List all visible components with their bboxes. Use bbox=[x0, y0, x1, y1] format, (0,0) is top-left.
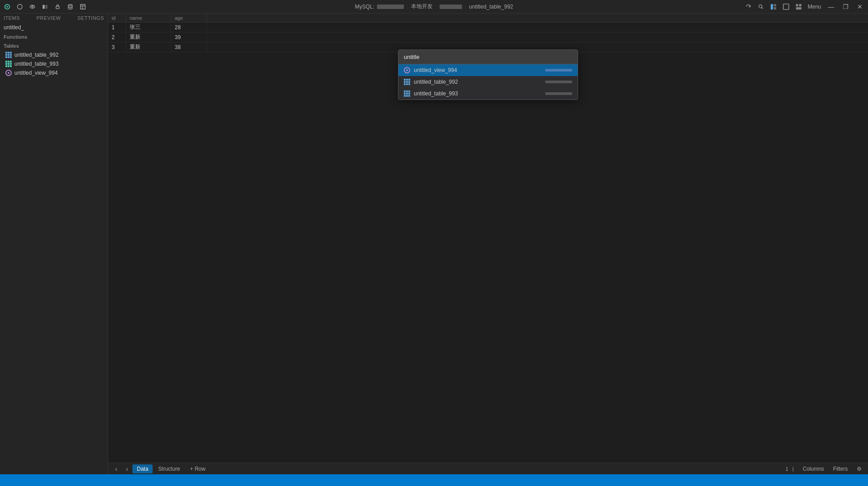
cell-age-1: 28 bbox=[171, 22, 207, 32]
table-icon-993 bbox=[5, 61, 12, 67]
statusbar bbox=[0, 474, 868, 486]
lock-icon[interactable] bbox=[54, 3, 61, 10]
table993-label: untitled_table_993 bbox=[14, 61, 59, 67]
breadcrumb-sep2: : bbox=[435, 4, 437, 10]
close-button[interactable]: ✕ bbox=[855, 2, 864, 11]
layout3-icon[interactable] bbox=[795, 3, 802, 10]
sidebar-item-view994[interactable]: untitled_view_994 bbox=[0, 68, 108, 77]
svg-rect-15 bbox=[774, 4, 776, 6]
sidebar-tables-label: Tables bbox=[0, 41, 108, 50]
search-icon[interactable] bbox=[757, 3, 764, 10]
cell-name-3: 重新 bbox=[126, 42, 171, 52]
svg-point-2 bbox=[18, 4, 23, 9]
svg-rect-16 bbox=[774, 7, 776, 9]
svg-rect-19 bbox=[799, 4, 801, 6]
svg-point-8 bbox=[68, 4, 72, 6]
refresh-icon[interactable] bbox=[745, 3, 752, 10]
sidebar-toggle-icon[interactable] bbox=[41, 3, 49, 10]
db-icon[interactable] bbox=[67, 3, 74, 10]
nav-arrows: ‹ › bbox=[112, 464, 131, 473]
menu-label[interactable]: Menu bbox=[808, 4, 821, 10]
nav-prev-button[interactable]: ‹ bbox=[112, 464, 121, 473]
app-icon bbox=[4, 3, 11, 10]
autocomplete-item-table993[interactable]: untitled_table_993 bbox=[398, 88, 578, 99]
record-icon[interactable] bbox=[16, 3, 23, 10]
autocomplete-item-table992[interactable]: untitled_table_992 bbox=[398, 76, 578, 88]
table-icon-tb[interactable] bbox=[79, 3, 86, 10]
table-row[interactable]: 1 张三 28 bbox=[108, 22, 868, 32]
columns-button[interactable]: Columns bbox=[800, 465, 827, 473]
tab-add-row[interactable]: + Row bbox=[185, 464, 210, 473]
view994-label: untitled_view_994 bbox=[14, 70, 58, 76]
svg-point-3 bbox=[30, 5, 35, 8]
table992-label: untitled_table_992 bbox=[14, 52, 59, 58]
table-body: 1 张三 28 2 重新 39 3 重新 38 bbox=[108, 22, 868, 52]
connection-label: MySQL: bbox=[355, 4, 374, 10]
gear-button[interactable]: ⚙ bbox=[854, 465, 864, 473]
page-nav-info: 1 | bbox=[786, 466, 796, 472]
cell-id-2: 2 bbox=[108, 32, 126, 42]
svg-rect-5 bbox=[43, 4, 45, 9]
search-overlay: untitled_view_994 untitled_table_992 bbox=[398, 50, 578, 100]
cell-name-2: 重新 bbox=[126, 32, 171, 42]
cell-id-1: 1 bbox=[108, 22, 126, 32]
table-icon-992 bbox=[5, 52, 12, 58]
svg-rect-14 bbox=[771, 4, 773, 9]
main-layout: Items Preview Settings untitled_ Functio… bbox=[0, 14, 868, 474]
table-row[interactable]: 2 重新 39 bbox=[108, 32, 868, 42]
titlebar-right: Menu — ❐ ✕ bbox=[745, 2, 864, 11]
tab-bar-right: 1 | Columns Filters ⚙ bbox=[786, 465, 864, 473]
connection-server bbox=[377, 4, 404, 9]
tab-data[interactable]: Data bbox=[132, 464, 153, 473]
search-input-container bbox=[398, 50, 578, 64]
svg-rect-7 bbox=[56, 6, 59, 9]
sidebar-item-table992[interactable]: untitled_table_992 bbox=[0, 50, 108, 59]
svg-point-4 bbox=[32, 6, 33, 8]
autocomplete-item-view994[interactable]: untitled_view_994 bbox=[398, 64, 578, 76]
table-icon-ac-992 bbox=[404, 79, 410, 85]
titlebar-left bbox=[4, 3, 86, 10]
table-header: id name age bbox=[108, 14, 868, 22]
sidebar-item-table993[interactable]: untitled_table_993 bbox=[0, 59, 108, 68]
cell-age-2: 39 bbox=[171, 32, 207, 42]
autocomplete-item-left-view994: untitled_view_994 bbox=[404, 67, 457, 73]
view-icon-ac bbox=[404, 67, 410, 73]
titlebar-breadcrumb: MySQL: : 本地开发 : : untitled_table_992 bbox=[355, 3, 513, 10]
filters-button[interactable]: Filters bbox=[830, 465, 850, 473]
breadcrumb-sep1: : bbox=[407, 4, 408, 10]
autocomplete-label-table992: untitled_table_992 bbox=[414, 79, 458, 85]
tab-structure[interactable]: Structure bbox=[154, 464, 185, 473]
content-area: id name age 1 张三 28 2 重新 39 3 重新 38 bbox=[108, 14, 868, 474]
nav-next-button[interactable]: › bbox=[122, 464, 131, 473]
sidebar-functions-label: Functions bbox=[0, 32, 108, 41]
svg-line-13 bbox=[762, 7, 763, 9]
layout1-icon[interactable] bbox=[770, 3, 777, 10]
preview-label: Preview bbox=[36, 15, 61, 21]
cell-name-1: 张三 bbox=[126, 22, 171, 32]
eye-icon[interactable] bbox=[29, 3, 36, 10]
autocomplete-badge-table992 bbox=[545, 81, 572, 83]
sidebar-header: Items Preview Settings bbox=[0, 14, 108, 22]
col-header-id: id bbox=[108, 14, 126, 22]
autocomplete-badge-view994 bbox=[545, 69, 572, 72]
tab-bar: ‹ › Data Structure + Row 1 | Columns Fil… bbox=[108, 463, 868, 474]
svg-rect-18 bbox=[796, 4, 798, 6]
svg-rect-17 bbox=[783, 4, 789, 9]
autocomplete-list: untitled_view_994 untitled_table_992 bbox=[398, 64, 578, 99]
svg-point-12 bbox=[759, 4, 762, 8]
search-input[interactable] bbox=[398, 50, 578, 64]
col-header-age: age bbox=[171, 14, 207, 22]
settings-label: Settings bbox=[77, 15, 104, 21]
view-icon-994 bbox=[5, 70, 12, 76]
autocomplete-label-view994: untitled_view_994 bbox=[414, 67, 457, 73]
svg-rect-9 bbox=[81, 4, 86, 9]
sidebar-db-name: untitled_ bbox=[0, 22, 108, 32]
table-icon-ac-993 bbox=[404, 90, 410, 97]
restore-button[interactable]: ❐ bbox=[841, 2, 850, 11]
connection-db2 bbox=[439, 4, 462, 9]
layout2-icon[interactable] bbox=[782, 3, 790, 10]
items-label: Items bbox=[4, 15, 20, 21]
svg-rect-6 bbox=[45, 4, 47, 9]
cell-id-3: 3 bbox=[108, 42, 126, 52]
minimize-button[interactable]: — bbox=[827, 2, 836, 11]
